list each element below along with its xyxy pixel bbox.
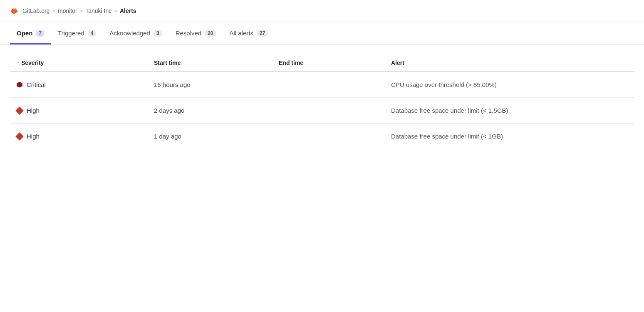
severity-label-1: Critical [27, 81, 46, 88]
start-time-cell-2: 2 days ago [147, 98, 272, 124]
alert-text-2: Database free space under limit (< 1.5GB… [391, 107, 508, 114]
tab-triggered[interactable]: Triggered 4 [51, 22, 103, 45]
alert-cell-3: Database free space under limit (< 1GB) [384, 124, 634, 149]
severity-cell-2: High [10, 98, 147, 124]
start-time-value-2: 2 days ago [154, 107, 184, 114]
severity-cell-1: Critical [10, 72, 147, 98]
tab-allalerts[interactable]: All alerts 27 [223, 22, 275, 45]
start-time-value-1: 16 hours ago [154, 81, 191, 88]
alert-col-label: Alert [391, 59, 404, 66]
col-starttime-header[interactable]: Start time [147, 54, 272, 72]
tab-triggered-label: Triggered [58, 30, 84, 37]
severity-label-2: High [27, 107, 40, 114]
table-header-row: ↑ Severity Start time End time Alert [10, 54, 634, 72]
breadcrumb-monitor[interactable]: monitor [58, 7, 77, 14]
gitlab-logo-icon [10, 7, 18, 15]
alert-text-1: CPU usage over threshold (> 85.00%) [391, 81, 497, 88]
breadcrumb-sep-2: > [80, 8, 83, 14]
breadcrumb-gitlaborg[interactable]: GitLab.org [22, 7, 50, 14]
tab-resolved-label: Resolved [176, 30, 202, 37]
critical-icon [17, 82, 22, 88]
end-time-cell-1 [272, 72, 384, 98]
severity-cell-3: High [10, 124, 147, 149]
high-icon-2 [15, 132, 24, 141]
breadcrumb-sep-1: > [52, 8, 55, 14]
endtime-col-label: End time [279, 59, 303, 66]
alerts-table: ↑ Severity Start time End time Alert [10, 54, 634, 149]
alerts-table-container: ↑ Severity Start time End time Alert [0, 45, 644, 149]
table-row[interactable]: High 1 day ago Database free space under… [10, 124, 634, 149]
tab-acknowledged-label: Acknowledged [109, 30, 150, 37]
tab-resolved[interactable]: Resolved 20 [169, 22, 223, 45]
severity-label-3: High [27, 133, 40, 140]
starttime-col-label: Start time [154, 59, 181, 66]
high-icon-1 [15, 106, 24, 115]
alert-cell-1: CPU usage over threshold (> 85.00%) [384, 72, 634, 98]
table-row[interactable]: Critical 16 hours ago CPU usage over thr… [10, 72, 634, 98]
tab-allalerts-label: All alerts [230, 30, 254, 37]
tab-open-label: Open [17, 30, 32, 37]
tab-triggered-badge: 4 [88, 30, 97, 37]
start-time-cell-3: 1 day ago [147, 124, 272, 149]
tab-acknowledged-badge: 3 [154, 30, 162, 37]
breadcrumb: GitLab.org > monitor > Tanuki Inc > Aler… [0, 0, 644, 22]
col-severity-header[interactable]: ↑ Severity [10, 54, 147, 72]
tab-resolved-badge: 20 [205, 30, 216, 37]
breadcrumb-alerts: Alerts [120, 7, 136, 14]
tab-acknowledged[interactable]: Acknowledged 3 [103, 22, 168, 45]
table-row[interactable]: High 2 days ago Database free space unde… [10, 98, 634, 124]
end-time-cell-2 [272, 98, 384, 124]
breadcrumb-sep-3: > [114, 8, 117, 14]
severity-col-label: Severity [21, 59, 44, 66]
tabs-bar: Open 7 Triggered 4 Acknowledged 3 Resolv… [0, 22, 644, 45]
start-time-cell-1: 16 hours ago [147, 72, 272, 98]
col-alert-header: Alert [384, 54, 634, 72]
tab-allalerts-badge: 27 [257, 30, 268, 37]
breadcrumb-tanukiinc[interactable]: Tanuki Inc [85, 7, 111, 14]
sort-up-icon: ↑ [17, 59, 20, 66]
start-time-value-3: 1 day ago [154, 133, 181, 140]
alert-text-3: Database free space under limit (< 1GB) [391, 133, 503, 140]
tab-open[interactable]: Open 7 [10, 22, 51, 45]
tab-open-badge: 7 [36, 30, 45, 37]
alert-cell-2: Database free space under limit (< 1.5GB… [384, 98, 634, 124]
col-endtime-header[interactable]: End time [272, 54, 384, 72]
end-time-cell-3 [272, 124, 384, 149]
